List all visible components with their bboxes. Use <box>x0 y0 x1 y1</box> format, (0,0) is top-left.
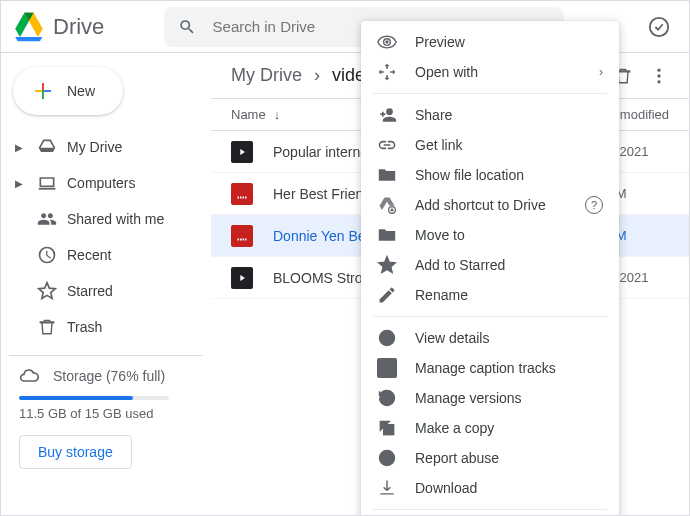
storage-usage: 11.5 GB of 15 GB used <box>19 406 193 421</box>
sidebar-item-computers[interactable]: ▶ Computers <box>9 165 203 201</box>
ctx-label: Share <box>415 107 452 123</box>
sidebar-item-starred[interactable]: Starred <box>9 273 203 309</box>
drive-logo-icon <box>13 11 45 43</box>
new-button-label: New <box>67 83 95 99</box>
video-play-icon <box>231 141 253 163</box>
sidebar: New ▶ My Drive ▶ Computers Shared with m… <box>1 53 211 515</box>
chevron-right-icon: › <box>314 65 320 86</box>
trash-icon <box>37 317 57 337</box>
storage-fill <box>19 396 133 400</box>
context-menu: Preview Open with › Share Get link Show … <box>361 21 619 516</box>
buy-storage-button[interactable]: Buy storage <box>19 435 132 469</box>
copy-icon <box>377 418 397 438</box>
drive-shortcut-icon <box>377 195 397 215</box>
pencil-icon <box>377 285 397 305</box>
ctx-manage-captions[interactable]: CC Manage caption tracks <box>361 353 619 383</box>
ctx-label: Manage versions <box>415 390 522 406</box>
ctx-view-details[interactable]: View details <box>361 323 619 353</box>
sort-arrow-down-icon[interactable]: ↓ <box>274 107 281 122</box>
help-icon[interactable]: ? <box>585 196 603 214</box>
ctx-download[interactable]: Download <box>361 473 619 503</box>
col-name[interactable]: Name <box>231 107 266 122</box>
folder-icon <box>377 165 397 185</box>
svg-rect-8 <box>240 196 242 198</box>
ctx-label: Move to <box>415 227 465 243</box>
shared-icon <box>37 209 57 229</box>
history-icon <box>377 388 397 408</box>
app-name: Drive <box>53 14 104 40</box>
chevron-right-icon: ▶ <box>15 178 27 189</box>
svg-point-4 <box>657 68 660 71</box>
star-icon <box>377 255 397 275</box>
more-vert-icon[interactable] <box>649 66 669 86</box>
storage-bar <box>19 396 169 400</box>
video-file-icon <box>231 225 253 247</box>
storage-row[interactable]: Storage (76% full) <box>19 366 193 386</box>
ctx-add-shortcut[interactable]: Add shortcut to Drive ? <box>361 190 619 220</box>
ctx-label: Show file location <box>415 167 524 183</box>
logo-area[interactable]: Drive <box>13 11 104 43</box>
cc-icon: CC <box>377 358 397 378</box>
ctx-show-location[interactable]: Show file location <box>361 160 619 190</box>
info-icon <box>377 328 397 348</box>
sidebar-label: Starred <box>67 283 113 299</box>
storage-label: Storage (76% full) <box>53 368 165 384</box>
ctx-share[interactable]: Share <box>361 100 619 130</box>
ctx-label: Preview <box>415 34 465 50</box>
ctx-move-to[interactable]: Move to <box>361 220 619 250</box>
svg-rect-10 <box>245 196 247 198</box>
ctx-label: Make a copy <box>415 420 494 436</box>
ctx-label: Get link <box>415 137 462 153</box>
ctx-label: Report abuse <box>415 450 499 466</box>
ctx-label: Add shortcut to Drive <box>415 197 546 213</box>
sidebar-label: My Drive <box>67 139 122 155</box>
my-drive-icon <box>37 137 57 157</box>
svg-rect-12 <box>240 238 242 240</box>
sidebar-label: Shared with me <box>67 211 164 227</box>
breadcrumb-root[interactable]: My Drive <box>231 65 302 86</box>
ctx-get-link[interactable]: Get link <box>361 130 619 160</box>
sidebar-item-trash[interactable]: Trash <box>9 309 203 345</box>
chevron-right-icon: › <box>599 65 603 79</box>
svg-rect-7 <box>238 196 240 198</box>
folder-move-icon <box>377 225 397 245</box>
ctx-add-starred[interactable]: Add to Starred <box>361 250 619 280</box>
svg-point-15 <box>385 40 388 43</box>
ctx-report-abuse[interactable]: Report abuse <box>361 443 619 473</box>
chevron-right-icon: ▶ <box>15 142 27 153</box>
storage-section: Storage (76% full) 11.5 GB of 15 GB used… <box>9 366 203 469</box>
link-icon <box>377 135 397 155</box>
ready-offline-icon[interactable] <box>641 9 677 45</box>
sidebar-item-recent[interactable]: Recent <box>9 237 203 273</box>
sidebar-item-my-drive[interactable]: ▶ My Drive <box>9 129 203 165</box>
ctx-rename[interactable]: Rename <box>361 280 619 310</box>
download-icon <box>377 478 397 498</box>
ctx-open-with[interactable]: Open with › <box>361 57 619 87</box>
ctx-label: View details <box>415 330 489 346</box>
eye-icon <box>377 32 397 52</box>
svg-rect-11 <box>238 238 240 240</box>
svg-rect-2 <box>35 90 42 92</box>
report-icon <box>377 448 397 468</box>
svg-point-5 <box>657 74 660 77</box>
sidebar-label: Computers <box>67 175 135 191</box>
ctx-label: Add to Starred <box>415 257 505 273</box>
recent-icon <box>37 245 57 265</box>
ctx-label: Rename <box>415 287 468 303</box>
new-button[interactable]: New <box>13 67 123 115</box>
search-icon <box>178 17 196 37</box>
sidebar-label: Trash <box>67 319 102 335</box>
svg-rect-14 <box>245 238 247 240</box>
svg-rect-3 <box>44 90 51 92</box>
ctx-preview[interactable]: Preview <box>361 27 619 57</box>
plus-icon <box>31 79 55 103</box>
star-icon <box>37 281 57 301</box>
ctx-make-copy[interactable]: Make a copy <box>361 413 619 443</box>
person-add-icon <box>377 105 397 125</box>
sidebar-item-shared[interactable]: Shared with me <box>9 201 203 237</box>
svg-point-6 <box>657 80 660 83</box>
computers-icon <box>37 173 57 193</box>
cloud-icon <box>19 366 39 386</box>
ctx-label: Open with <box>415 64 478 80</box>
ctx-manage-versions[interactable]: Manage versions <box>361 383 619 413</box>
